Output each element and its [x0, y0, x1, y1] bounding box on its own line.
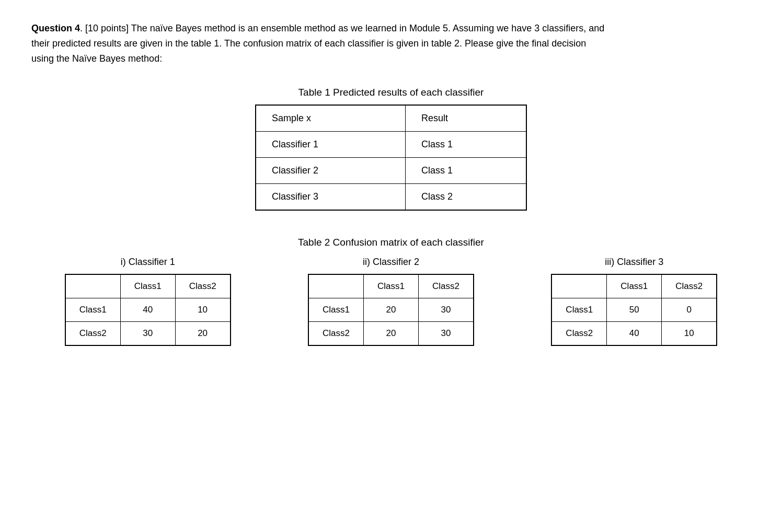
question-text: Question 4. [10 points] The naïve Bayes … — [31, 21, 606, 66]
matrix-block: ii) Classifier 2Class1Class2Class12030Cl… — [308, 257, 474, 346]
matrix-label: i) Classifier 1 — [121, 257, 175, 268]
table2-title: Table 2 Confusion matrix of each classif… — [31, 237, 751, 248]
tables-section: Table 1 Predicted results of each classi… — [31, 87, 751, 346]
table2-section: Table 2 Confusion matrix of each classif… — [31, 237, 751, 346]
confusion-table: Class1Class2Class1500Class24010 — [551, 274, 717, 346]
table1-title: Table 1 Predicted results of each classi… — [298, 87, 484, 98]
matrix-label: ii) Classifier 2 — [363, 257, 419, 268]
confusion-table: Class1Class2Class14010Class23020 — [65, 274, 231, 346]
matrix-block: iii) Classifier 3Class1Class2Class1500Cl… — [551, 257, 717, 346]
table1-container: Table 1 Predicted results of each classi… — [255, 87, 527, 211]
table1: Sample xResultClassifier 1Class 1Classif… — [255, 105, 527, 211]
question-body: . [10 points] The naïve Bayes method is … — [31, 23, 604, 64]
matrix-label: iii) Classifier 3 — [605, 257, 663, 268]
confusion-matrices: i) Classifier 1Class1Class2Class14010Cla… — [31, 257, 751, 346]
question-label: Question 4 — [31, 23, 80, 33]
confusion-table: Class1Class2Class12030Class22030 — [308, 274, 474, 346]
matrix-block: i) Classifier 1Class1Class2Class14010Cla… — [65, 257, 231, 346]
